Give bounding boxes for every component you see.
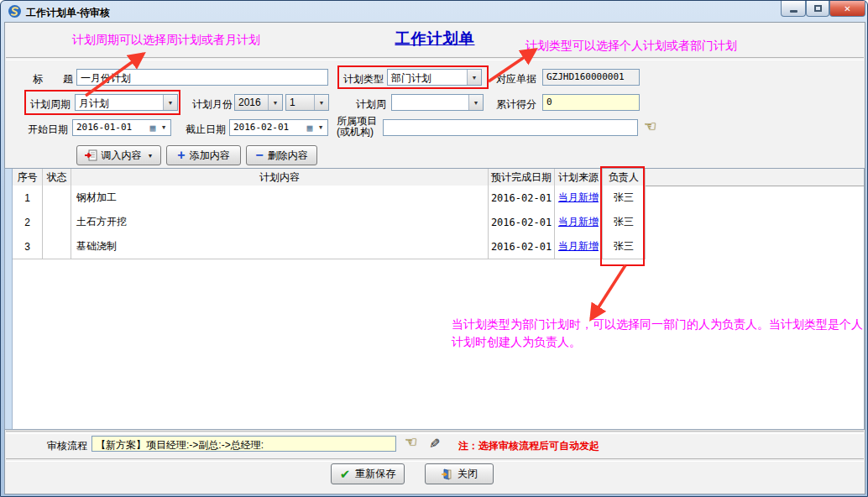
score-field[interactable]: 0 <box>542 94 640 111</box>
source-link[interactable]: 当月新增 <box>558 215 599 229</box>
cell-owner[interactable]: 张三 <box>603 234 646 259</box>
plan-type-label: 计划类型 <box>343 72 384 86</box>
page-title: 工作计划单 <box>1 29 868 49</box>
cell-source: 当月新增 <box>555 186 603 210</box>
plan-content-grid: 序号 状态 计划内容 预计完成日期 计划来源 负责人 1 钢材加工 2016-0… <box>4 168 865 430</box>
picker-hand-icon[interactable]: ☜ <box>405 436 417 449</box>
plan-week-label: 计划周 <box>356 97 386 112</box>
cell-status <box>43 210 71 234</box>
table-row[interactable]: 2 土石方开挖 2016-02-01 当月新增 张三 <box>13 210 646 235</box>
minimize-icon <box>790 10 797 13</box>
column-header-content[interactable]: 计划内容 <box>71 169 489 186</box>
column-header-due[interactable]: 预计完成日期 <box>489 169 555 186</box>
close-dialog-button[interactable]: 关闭 <box>425 463 494 484</box>
cell-due[interactable]: 2016-02-01 <box>489 234 555 259</box>
project-label: 所属项目 (或机构) <box>337 116 377 138</box>
cell-content[interactable]: 土石方开挖 <box>71 210 489 234</box>
cell-due[interactable]: 2016-02-01 <box>489 210 555 234</box>
maximize-button[interactable] <box>806 1 829 17</box>
check-icon: ✔ <box>340 467 351 482</box>
import-content-button[interactable]: 调入内容 ▼ <box>76 145 161 165</box>
calendar-icon[interactable]: ▦ <box>149 123 155 133</box>
calendar-icon[interactable]: ▦ <box>306 123 312 133</box>
review-flow-field[interactable]: 【新方案】项目经理:->副总:->总经理: <box>92 436 396 452</box>
source-link[interactable]: 当月新增 <box>558 239 599 254</box>
chevron-down-icon[interactable]: ▼ <box>314 120 327 135</box>
end-date-label: 截止日期 <box>186 123 226 137</box>
annotation-owner: 当计划类型为部门计划时，可以选择同一部门的人为负责人。当计划类型是个人计划时创建… <box>452 316 865 351</box>
footer-divider-bottom <box>6 458 864 462</box>
plan-monthnum-select[interactable]: 1 ▼ <box>285 94 329 111</box>
chevron-down-icon[interactable]: ▼ <box>314 95 328 110</box>
minus-icon: − <box>255 151 263 160</box>
work-plan-window: 工作计划单-待审核 ✕ 计划周期可以选择周计划或者月计划 工作计划单 计划类型可… <box>0 0 868 497</box>
title-input[interactable]: 一月份计划 <box>76 69 328 86</box>
sign-pen-icon[interactable]: ✎ <box>429 436 440 452</box>
delete-content-button[interactable]: − 删除内容 <box>246 145 317 165</box>
save-button[interactable]: ✔ 重新保存 <box>331 463 405 484</box>
column-header-source[interactable]: 计划来源 <box>555 169 603 186</box>
cell-content[interactable]: 钢材加工 <box>71 186 489 210</box>
start-date-label: 开始日期 <box>28 123 68 137</box>
window-title: 工作计划单-待审核 <box>26 6 110 20</box>
column-header-no[interactable]: 序号 <box>13 169 43 186</box>
column-header-status[interactable]: 状态 <box>43 169 71 186</box>
start-date-picker[interactable]: 2016-01-01 ▦ ▼ <box>72 119 171 136</box>
cell-owner[interactable]: 张三 <box>603 186 646 210</box>
cell-source: 当月新增 <box>555 234 603 259</box>
maximize-icon <box>814 5 822 12</box>
cell-no: 2 <box>13 210 43 234</box>
plan-period-select[interactable]: 月计划 ▼ <box>75 94 178 111</box>
app-icon <box>8 4 22 18</box>
score-label: 累计得分 <box>496 97 536 112</box>
chevron-down-icon[interactable]: ▼ <box>163 95 177 110</box>
import-doc-icon <box>85 149 97 161</box>
chevron-down-icon[interactable]: ▼ <box>467 70 481 85</box>
chevron-down-icon: ▼ <box>148 153 154 159</box>
project-input[interactable] <box>383 119 638 136</box>
plus-icon: + <box>177 151 185 160</box>
footer-divider-top <box>6 431 864 434</box>
cell-no: 1 <box>13 186 43 210</box>
close-button[interactable]: ✕ <box>829 1 865 17</box>
plan-type-select[interactable]: 部门计划 ▼ <box>387 69 482 86</box>
source-link[interactable]: 当月新增 <box>558 191 599 205</box>
column-header-owner[interactable]: 负责人 <box>603 169 646 186</box>
cell-source: 当月新增 <box>555 210 603 234</box>
doc-no-field: GZJHD160000001 <box>542 69 640 86</box>
flow-note: 注：选择审核流程后可自动发起 <box>458 439 599 453</box>
title-label: 标 题 <box>33 72 73 86</box>
cell-status <box>43 186 71 210</box>
plan-month-label: 计划月份 <box>192 97 233 112</box>
add-content-button[interactable]: + 添加内容 <box>166 145 241 165</box>
window-frame: 工作计划单-待审核 ✕ 计划周期可以选择周计划或者月计划 工作计划单 计划类型可… <box>0 0 868 497</box>
plan-year-select[interactable]: 2016 ▼ <box>234 94 283 111</box>
exit-door-icon <box>441 468 452 480</box>
chevron-down-icon[interactable]: ▼ <box>268 95 282 110</box>
table-row[interactable]: 1 钢材加工 2016-02-01 当月新增 张三 <box>13 186 646 211</box>
minimize-button[interactable] <box>781 1 806 17</box>
grid-header-row: 序号 状态 计划内容 预计完成日期 计划来源 负责人 <box>13 169 864 186</box>
review-flow-label: 审核流程 <box>47 439 87 453</box>
table-row[interactable]: 3 基础浇制 2016-02-01 当月新增 张三 <box>13 234 646 259</box>
plan-week-select[interactable]: ▼ <box>391 94 484 111</box>
plan-period-label: 计划周期 <box>30 97 71 112</box>
title-bar[interactable]: 工作计划单-待审核 ✕ <box>1 1 867 23</box>
cell-due[interactable]: 2016-02-01 <box>489 186 555 210</box>
cell-status <box>43 234 71 259</box>
picker-hand-icon[interactable]: ☜ <box>644 120 656 133</box>
cell-owner[interactable]: 张三 <box>603 210 646 234</box>
doc-no-label: 对应单据 <box>496 72 536 86</box>
header-divider <box>6 57 864 60</box>
chevron-down-icon[interactable]: ▼ <box>157 120 170 135</box>
chevron-down-icon[interactable]: ▼ <box>468 95 483 110</box>
close-icon: ✕ <box>844 4 850 13</box>
annotation-plan-type: 计划类型可以选择个人计划或者部门计划 <box>526 39 737 54</box>
cell-content[interactable]: 基础浇制 <box>71 234 489 259</box>
grid-row-indicator-strip <box>5 169 13 429</box>
cell-no: 3 <box>13 234 43 259</box>
end-date-picker[interactable]: 2016-02-01 ▦ ▼ <box>229 119 328 136</box>
